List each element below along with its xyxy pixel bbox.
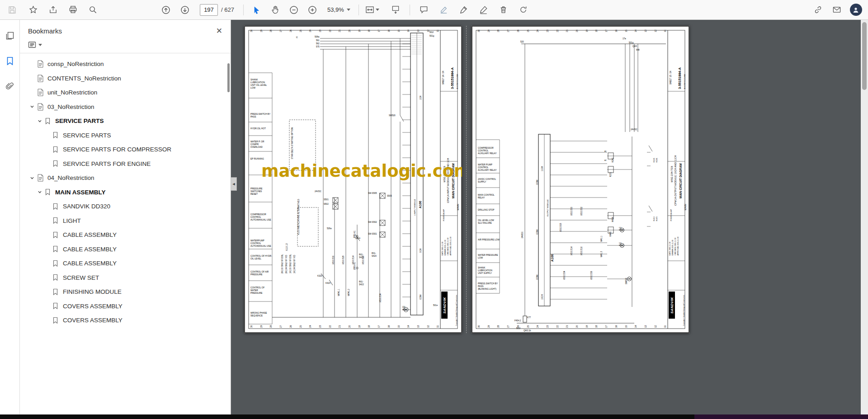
close-panel-button[interactable]: ✕ [216, 27, 222, 35]
bookmark-label: CONTENTS_NoRestriction [47, 75, 121, 82]
function-label: MAIN CONTROL RELAY [478, 194, 500, 199]
bookmark-item[interactable]: CABLE ASSEMBLY [20, 242, 231, 257]
bookmark-item[interactable]: SERVICE PARTS FOR COMPRESSOR [20, 142, 231, 157]
save-icon[interactable] [5, 3, 20, 17]
star-icon[interactable] [25, 3, 41, 17]
user-avatar[interactable] [848, 3, 863, 17]
schematic-label: STAR-DELTA STARTING OPTION [291, 127, 294, 159]
fit-width-icon[interactable] [363, 3, 382, 17]
bookmark-item[interactable]: COVERS ASSEMBLY [20, 313, 231, 328]
schematic-label: X500.516 [580, 246, 583, 255]
grid-number: 24 [309, 325, 311, 328]
schematic-label: 562 [316, 42, 320, 45]
zoom-in-icon[interactable] [305, 3, 320, 17]
grid-number: 21 [566, 325, 568, 328]
schematic-label: S505 [387, 195, 392, 198]
grid-number: 23 [546, 325, 549, 328]
bookmark-item[interactable]: SANDVIK DD320 [20, 199, 231, 214]
schematic-label: RIG- S420 [372, 252, 377, 257]
vertical-scrollbar[interactable] [861, 20, 868, 414]
schematic-label: 11CH [541, 166, 544, 171]
document-viewer: ◄ machinecatalogic.com SANDVIK 303029292… [231, 20, 868, 414]
acrobat-window: / 627 53,9% [0, 0, 868, 419]
delete-icon[interactable] [496, 3, 511, 17]
draw-pen-icon[interactable] [456, 3, 472, 17]
schematic-label: 24VDC [521, 231, 524, 238]
grid-number: 16 [615, 325, 618, 328]
search-icon[interactable] [85, 3, 100, 17]
bookmarks-icon[interactable] [3, 54, 17, 68]
page-scrolling-icon[interactable] [388, 3, 403, 17]
email-icon[interactable] [829, 3, 844, 17]
bookmark-item[interactable]: SCREW SET [20, 271, 231, 285]
zoom-out-icon[interactable] [286, 3, 302, 17]
panel-scrollbar[interactable] [227, 63, 230, 92]
schematic-label: X500.532 [580, 207, 583, 216]
grid-number: 25 [299, 325, 302, 328]
hand-tool-icon[interactable] [268, 3, 283, 17]
collapse-panel-handle[interactable]: ◄ [231, 177, 237, 191]
bookmark-item[interactable]: LIGHT [20, 214, 231, 228]
titleblock-label: CPM1A OUTPUT MODULE 10CH AND 11CH [674, 155, 677, 206]
schematic-label: A100 [419, 201, 422, 208]
schematic-label: K231 [609, 172, 612, 177]
titleblock-label: SHEET 15 / 24 [670, 71, 672, 85]
grid-number: 13 [644, 325, 647, 328]
grid-number: 30 [477, 29, 480, 32]
chevron-down-icon[interactable] [35, 119, 45, 123]
titleblock-label: MSE-2JH-TC6 [670, 166, 674, 182]
select-tool-icon[interactable] [249, 3, 264, 17]
bookmark-item[interactable]: FINISHING MODULE [20, 285, 231, 299]
chevron-down-icon[interactable] [27, 176, 37, 180]
highlight-icon[interactable] [436, 3, 452, 17]
bookmark-item[interactable]: 03_NoRestriction [20, 100, 231, 114]
bookmark-item[interactable]: consp_NoRestriction [20, 57, 231, 71]
scrollbar-thumb[interactable] [862, 22, 867, 90]
function-label: CONTROL OF HYDR. OIL LEVEL [250, 255, 272, 260]
rotate-icon[interactable] [516, 3, 531, 17]
schematic-label: SW-S502 [368, 221, 377, 224]
bookmark-item[interactable]: CABLE ASSEMBLY [20, 256, 231, 271]
bookmark-item[interactable]: SERVICE PARTS FOR ENGINE [20, 157, 231, 171]
bookmarks-panel-title: Bookmarks [28, 27, 62, 35]
document-page-left: machinecatalogic.com SANDVIK 30302929282… [244, 26, 462, 333]
page-number-input[interactable] [200, 4, 218, 16]
bookmark-item[interactable]: unit_NoRestriction [20, 85, 231, 100]
fill-sign-icon[interactable] [476, 3, 491, 17]
grid-number: 17 [377, 325, 380, 328]
share-icon[interactable] [45, 3, 61, 17]
bookmarks-panel: Bookmarks ✕ consp_NoRestrictionCONTENTS_… [20, 20, 231, 414]
bookmark-options-button[interactable] [28, 41, 231, 48]
grid-number: 11 [436, 325, 439, 328]
bookmark-item[interactable]: CONTENTS_NoRestriction [20, 71, 231, 86]
bookmark-item[interactable]: CABLE ASSEMBLY [20, 228, 231, 242]
bookmark-item[interactable]: 04_NoRestriction [20, 171, 231, 185]
link-icon[interactable] [810, 3, 826, 17]
grid-number: 20 [576, 325, 578, 328]
bookmark-icon [52, 217, 60, 224]
chevron-down-icon [38, 44, 42, 46]
bookmark-item[interactable]: MAIN ASSEMBLY [20, 185, 231, 200]
schematic-label: X500.530 [571, 207, 573, 216]
grid-number: 29 [260, 29, 263, 32]
zoom-level-value: 53,9% [327, 6, 344, 13]
bookmark-icon [52, 203, 60, 210]
chevron-down-icon[interactable] [35, 190, 45, 194]
next-page-icon[interactable] [177, 3, 193, 17]
chevron-down-icon[interactable] [27, 104, 37, 109]
bookmark-item[interactable]: SERVICE PARTS [20, 128, 231, 143]
previous-page-icon[interactable] [158, 3, 174, 17]
schematic-label: J889-X1 [354, 231, 356, 238]
print-icon[interactable] [65, 3, 80, 17]
grid-number: 15 [625, 29, 627, 32]
bookmark-item[interactable]: SERVICE PARTS [20, 114, 231, 128]
grid-number: 28 [497, 29, 500, 32]
schematic-label: S502 [324, 203, 329, 206]
zoom-level-dropdown[interactable]: 53,9% [324, 4, 354, 16]
attachments-icon[interactable] [3, 80, 17, 93]
grid-number: 26 [289, 325, 292, 328]
bookmark-item[interactable]: COVERS ASSEMBLY [20, 299, 231, 314]
comment-icon[interactable] [416, 3, 432, 17]
schematic-label: K445 [656, 217, 658, 221]
page-thumbnails-icon[interactable] [3, 29, 17, 42]
